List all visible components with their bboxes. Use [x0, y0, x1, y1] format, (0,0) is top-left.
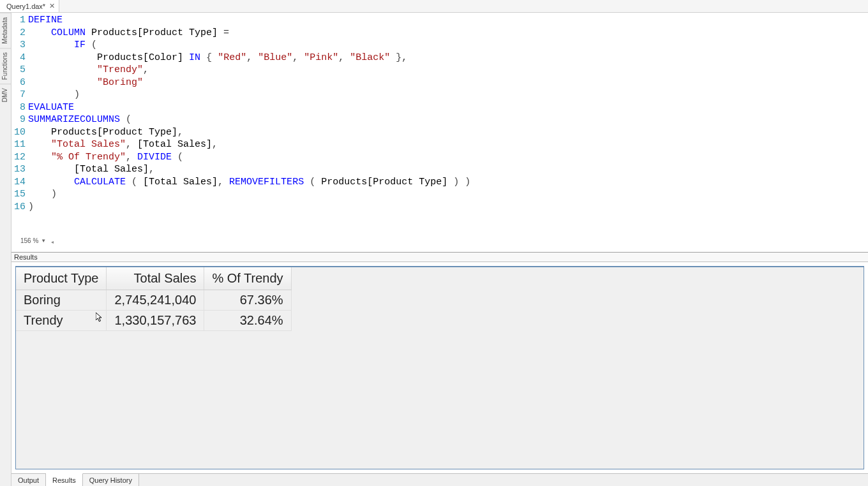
code-line[interactable]: 13 [Total Sales], [11, 163, 868, 176]
code-line[interactable]: 10 Products[Product Type], [11, 126, 868, 139]
results-panel: Results Product Type Total Sales % Of Tr… [11, 252, 868, 473]
cell-total-sales: 1,330,157,763 [107, 311, 204, 331]
side-tab-functions[interactable]: Functions [0, 48, 11, 84]
line-number: 4 [11, 52, 28, 64]
chevron-down-icon[interactable]: ▼ [41, 238, 46, 244]
document-tab-title: Query1.dax* [6, 3, 45, 10]
bottom-tab-results[interactable]: Results [46, 473, 83, 486]
close-icon[interactable]: ✕ [49, 3, 55, 10]
bottom-tab-output[interactable]: Output [11, 474, 46, 486]
line-number: 3 [11, 39, 28, 52]
code-line[interactable]: 4 Products[Color] IN { "Red", "Blue", "P… [11, 52, 868, 64]
line-number: 16 [11, 201, 28, 214]
code-line[interactable]: 9SUMMARIZECOLUMNS ( [11, 114, 868, 126]
code-line[interactable]: 2 COLUMN Products[Product Type] = [11, 27, 868, 40]
code-content: [Total Sales], [28, 163, 154, 176]
bottom-tabs: Output Results Query History [11, 473, 868, 486]
code-line[interactable]: 15 ) [11, 188, 868, 201]
code-line[interactable]: 11 "Total Sales", [Total Sales], [11, 138, 868, 151]
code-line[interactable]: 7 ) [11, 89, 868, 101]
code-line[interactable]: 14 CALCULATE ( [Total Sales], REMOVEFILT… [11, 176, 868, 189]
code-line[interactable]: 1DEFINE [11, 14, 868, 27]
line-number: 6 [11, 77, 28, 89]
code-line[interactable]: 5 "Trendy", [11, 64, 868, 77]
line-number: 15 [11, 188, 28, 201]
line-number: 2 [11, 27, 28, 40]
table-header-row: Product Type Total Sales % Of Trendy [16, 267, 291, 290]
line-number: 14 [11, 176, 28, 189]
code-content: COLUMN Products[Product Type] = [28, 27, 229, 40]
scroll-left-icon[interactable]: ◂ [51, 239, 54, 245]
code-line[interactable]: 8EVALUATE [11, 101, 868, 114]
code-content: DEFINE [28, 14, 63, 27]
col-product-type[interactable]: Product Type [16, 267, 107, 290]
table-row[interactable]: Boring2,745,241,04067.36% [16, 290, 291, 311]
bottom-tab-query-history[interactable]: Query History [83, 474, 139, 486]
line-number: 12 [11, 151, 28, 164]
code-content: IF ( [28, 39, 97, 52]
results-panel-label: Results [11, 253, 868, 262]
line-number: 7 [11, 89, 28, 101]
cell-product-type: Boring [16, 290, 107, 311]
code-content: CALCULATE ( [Total Sales], REMOVEFILTERS… [28, 176, 470, 189]
document-tab[interactable]: Query1.dax* ✕ [0, 0, 59, 12]
line-number: 8 [11, 101, 28, 114]
side-tab-dmv[interactable]: DMV [0, 84, 11, 106]
line-number: 9 [11, 114, 28, 126]
table-row[interactable]: Trendy1,330,157,76332.64% [16, 311, 291, 331]
results-grid-wrap: Product Type Total Sales % Of Trendy Bor… [15, 266, 864, 469]
cell-pct-trendy: 67.36% [204, 290, 291, 311]
col-pct-trendy[interactable]: % Of Trendy [204, 267, 291, 290]
cell-pct-trendy: 32.64% [204, 311, 291, 331]
code-content: EVALUATE [28, 101, 74, 114]
code-content: ) [28, 201, 34, 214]
tab-bar: Query1.dax* ✕ [0, 0, 868, 13]
line-number: 1 [11, 14, 28, 27]
zoom-indicator[interactable]: 156 % ▼ [20, 237, 46, 244]
code-line[interactable]: 16) [11, 201, 868, 214]
cell-product-type: Trendy [16, 311, 107, 331]
cell-total-sales: 2,745,241,040 [107, 290, 204, 311]
code-line[interactable]: 3 IF ( [11, 39, 868, 52]
code-content: ) [28, 89, 80, 101]
code-content: Products[Color] IN { "Red", "Blue", "Pin… [28, 52, 407, 64]
line-number: 5 [11, 64, 28, 77]
col-total-sales[interactable]: Total Sales [107, 267, 204, 290]
line-number: 13 [11, 163, 28, 176]
code-editor[interactable]: 1DEFINE2 COLUMN Products[Product Type] =… [11, 13, 868, 246]
side-tab-metadata[interactable]: Metadata [0, 13, 11, 48]
code-content: "Boring" [28, 77, 143, 89]
code-content: SUMMARIZECOLUMNS ( [28, 114, 131, 126]
side-tabs: Metadata Functions DMV [0, 13, 11, 486]
zoom-value: 156 % [20, 237, 38, 244]
code-line[interactable]: 6 "Boring" [11, 77, 868, 89]
results-table: Product Type Total Sales % Of Trendy Bor… [16, 267, 292, 331]
line-number: 10 [11, 126, 28, 139]
code-content: ) [28, 188, 57, 201]
code-content: Products[Product Type], [28, 126, 183, 139]
code-line[interactable]: 12 "% Of Trendy", DIVIDE ( [11, 151, 868, 164]
code-content: "% Of Trendy", DIVIDE ( [28, 151, 183, 164]
line-number: 11 [11, 138, 28, 151]
code-content: "Trendy", [28, 64, 149, 77]
code-content: "Total Sales", [Total Sales], [28, 138, 218, 151]
